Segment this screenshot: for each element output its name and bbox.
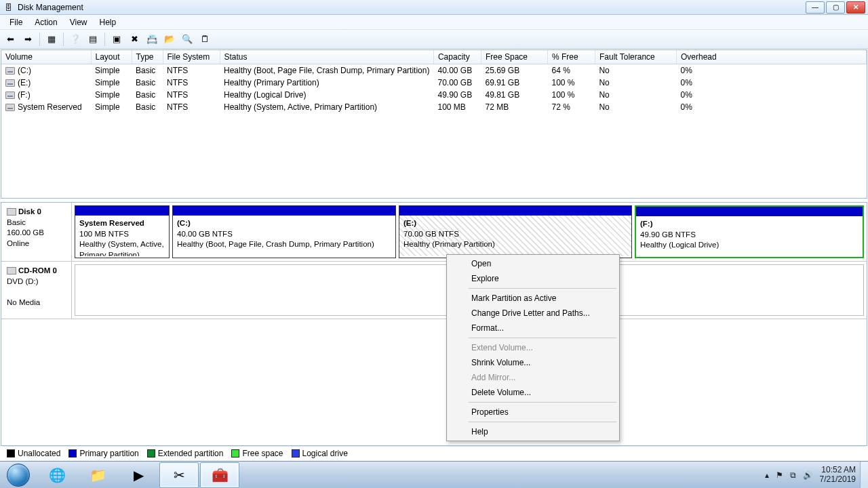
ctx-open[interactable]: Open [448, 256, 618, 271]
tray-flag-icon[interactable]: ⚑ [776, 470, 783, 480]
drive-icon [5, 79, 15, 87]
volume-list[interactable]: Volume Layout Type File System Status Ca… [1, 49, 867, 199]
partition-e[interactable]: (E:)70.00 GB NTFSHealthy (Primary Partit… [399, 205, 632, 258]
menu-help[interactable]: Help [94, 16, 122, 28]
properties-button-toolbar[interactable]: 🗒 [197, 32, 212, 47]
drive-icon [5, 92, 15, 99]
open-button-toolbar[interactable]: 📂 [162, 32, 177, 47]
ctx-properties[interactable]: Properties [448, 405, 618, 420]
disk-row-cdrom0: CD-ROM 0 DVD (D:) No Media [1, 262, 867, 319]
find-button[interactable]: 🔍 [180, 32, 195, 47]
ctx-explore[interactable]: Explore [448, 271, 618, 286]
partition-f[interactable]: (F:)49.90 GB NTFSHealthy (Logical Drive) [635, 205, 864, 258]
taskbar: 🌐 📁 ▶ ✂ 🧰 ▴ ⚑ ⧉ 🔊 10:52 AM 7/21/2019 [0, 461, 868, 488]
col-layout[interactable]: Layout [91, 50, 132, 64]
col-fault-tolerance[interactable]: Fault Tolerance [595, 50, 676, 64]
ctx-shrink-volume[interactable]: Shrink Volume... [448, 355, 618, 370]
table-header-row: Volume Layout Type File System Status Ca… [1, 50, 867, 64]
show-hide-action-pane-button[interactable]: ▤ [85, 32, 100, 47]
taskbar-disk-management[interactable]: 🧰 [200, 462, 239, 488]
col-percent-free[interactable]: % Free [547, 50, 595, 64]
toolbar: ⬅ ➡ ▦ ❔ ▤ ▣ ✖ 📇 📂 🔍 🗒 [0, 30, 868, 49]
menu-action[interactable]: Action [29, 16, 62, 28]
disk-label-cdrom0[interactable]: CD-ROM 0 DVD (D:) No Media [1, 262, 72, 319]
tray-network-icon[interactable]: ⧉ [790, 470, 796, 480]
ctx-format[interactable]: Format... [448, 321, 618, 336]
taskbar-explorer[interactable]: 📁 [78, 462, 117, 488]
context-menu: Open Explore Mark Partition as Active Ch… [446, 254, 620, 441]
partition-c[interactable]: (C:)40.00 GB NTFSHealthy (Boot, Page Fil… [172, 205, 396, 258]
col-overhead[interactable]: Overhead [676, 50, 866, 64]
disk-icon [7, 208, 16, 216]
ctx-add-mirror: Add Mirror... [448, 370, 618, 385]
show-desktop-button[interactable] [860, 462, 868, 489]
app-icon: 🗄 [3, 2, 14, 13]
taskbar-ie[interactable]: 🌐 [37, 462, 77, 488]
table-row[interactable]: (E:)SimpleBasicNTFSHealthy (Primary Part… [1, 77, 867, 89]
ctx-mark-active[interactable]: Mark Partition as Active [448, 291, 618, 306]
taskbar-media-player[interactable]: ▶ [119, 462, 158, 488]
disk-map: Disk 0 Basic 160.00 GB Online System Res… [1, 202, 867, 446]
ctx-help[interactable]: Help [448, 424, 618, 439]
tray-show-hidden-icon[interactable]: ▴ [765, 470, 769, 480]
refresh-button[interactable]: ▣ [109, 32, 124, 47]
table-row[interactable]: (F:)SimpleBasicNTFSHealthy (Logical Driv… [1, 89, 867, 101]
table-row[interactable]: (C:)SimpleBasicNTFSHealthy (Boot, Page F… [1, 64, 867, 77]
col-filesystem[interactable]: File System [163, 50, 220, 64]
minimize-button[interactable]: — [806, 1, 825, 14]
ctx-extend-volume: Extend Volume... [448, 340, 618, 355]
forward-button[interactable]: ➡ [20, 32, 35, 47]
tray-volume-icon[interactable]: 🔊 [803, 470, 813, 480]
col-status[interactable]: Status [220, 50, 433, 64]
menu-file[interactable]: File [4, 16, 28, 28]
cdrom-icon [7, 267, 16, 274]
window-title: Disk Management [18, 3, 806, 12]
system-tray: ▴ ⚑ ⧉ 🔊 10:52 AM 7/21/2019 [765, 466, 860, 483]
menu-view[interactable]: View [64, 16, 93, 28]
maximize-button[interactable]: ▢ [826, 1, 845, 14]
start-button[interactable] [0, 462, 37, 489]
ctx-change-drive-letter[interactable]: Change Drive Letter and Paths... [448, 306, 618, 321]
close-button[interactable]: ✕ [846, 1, 865, 14]
ctx-delete-volume[interactable]: Delete Volume... [448, 385, 618, 400]
rescan-disks-button[interactable]: ✖ [127, 32, 142, 47]
table-row[interactable]: System ReservedSimpleBasicNTFSHealthy (S… [1, 101, 867, 113]
tray-clock[interactable]: 10:52 AM 7/21/2019 [820, 466, 856, 483]
back-button[interactable]: ⬅ [3, 32, 18, 47]
col-capacity[interactable]: Capacity [433, 50, 481, 64]
drive-icon [5, 67, 15, 75]
col-type[interactable]: Type [132, 50, 163, 64]
settings-button[interactable]: 📇 [144, 32, 159, 47]
title-bar: 🗄 Disk Management — ▢ ✕ [0, 0, 868, 15]
menu-bar: File Action View Help [0, 15, 868, 30]
disk-label-disk0[interactable]: Disk 0 Basic 160.00 GB Online [1, 203, 72, 261]
legend: Unallocated Primary partition Extended p… [3, 446, 865, 460]
taskbar-snipping-tool[interactable]: ✂ [159, 462, 199, 488]
disk-row-disk0: Disk 0 Basic 160.00 GB Online System Res… [1, 203, 867, 262]
col-volume[interactable]: Volume [1, 50, 91, 64]
col-free-space[interactable]: Free Space [481, 50, 547, 64]
drive-icon [5, 104, 15, 111]
show-hide-console-tree-button[interactable]: ▦ [44, 32, 59, 47]
partition-system-reserved[interactable]: System Reserved100 MB NTFSHealthy (Syste… [75, 205, 170, 258]
help-button[interactable]: ❔ [68, 32, 83, 47]
